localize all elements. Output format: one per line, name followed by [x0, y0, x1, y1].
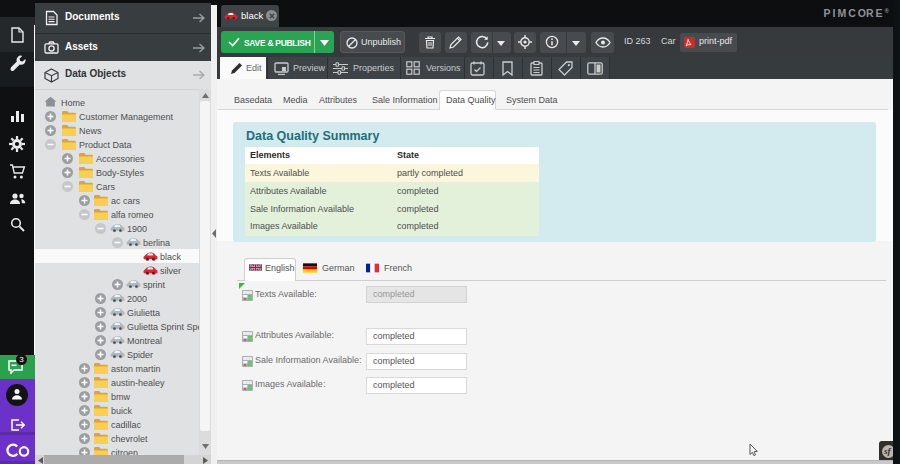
svg-text:ac cars: ac cars	[111, 196, 141, 206]
svg-text:Giulietta: Giulietta	[127, 308, 160, 318]
svg-text:Cars: Cars	[96, 182, 116, 192]
svg-text:black: black	[160, 252, 182, 262]
svg-text:bmw: bmw	[111, 392, 131, 402]
svg-text:News: News	[79, 126, 102, 136]
svg-text:chevrolet: chevrolet	[111, 434, 148, 444]
svg-text:1900: 1900	[127, 224, 147, 234]
svg-text:sprint: sprint	[143, 280, 166, 290]
svg-text:Product Data: Product Data	[79, 140, 132, 150]
svg-text:cadillac: cadillac	[111, 420, 142, 430]
svg-text:austin-healey: austin-healey	[111, 378, 165, 388]
svg-text:alfa romeo: alfa romeo	[111, 210, 154, 220]
svg-text:Customer Management: Customer Management	[79, 112, 174, 122]
svg-text:aston martin: aston martin	[111, 364, 161, 374]
svg-text:2000: 2000	[127, 294, 147, 304]
svg-text:Montreal: Montreal	[127, 336, 162, 346]
svg-text:Accessories: Accessories	[96, 154, 145, 164]
svg-text:Home: Home	[61, 98, 85, 108]
svg-text:citroen: citroen	[111, 448, 138, 455]
svg-text:Spider: Spider	[127, 350, 153, 360]
svg-text:silver: silver	[160, 266, 181, 276]
svg-text:berlina: berlina	[143, 238, 170, 248]
svg-text:buick: buick	[111, 406, 133, 416]
svg-text:Body-Styles: Body-Styles	[96, 168, 145, 178]
svg-text:Gulietta Sprint Specia: Gulietta Sprint Specia	[127, 322, 199, 332]
